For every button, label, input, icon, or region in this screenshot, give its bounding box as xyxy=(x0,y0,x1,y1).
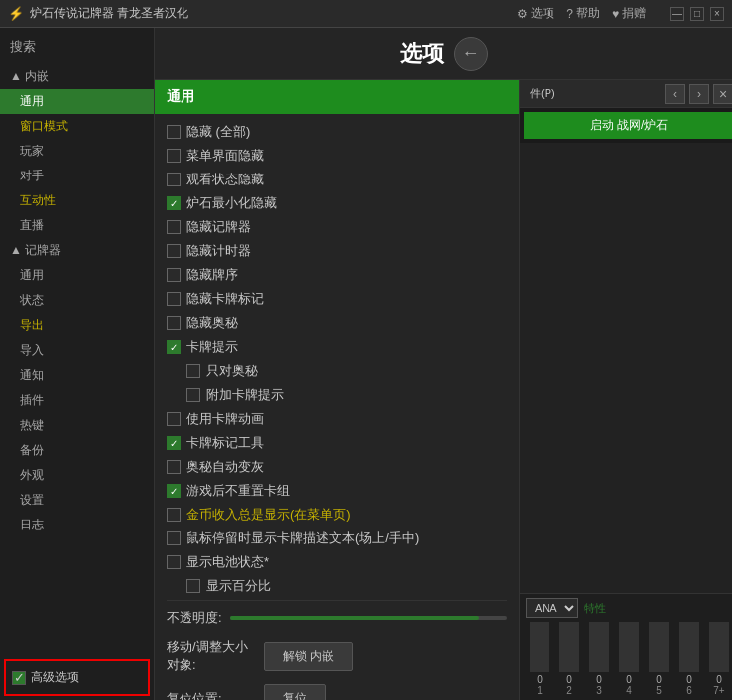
start-hearthstone-button[interactable]: 启动 战网/炉石 xyxy=(524,112,732,139)
label-hide-minimize: 炉石最小化隐藏 xyxy=(186,194,277,212)
right-panel: 选项 ← 通用 隐藏 (全部) 菜单界面隐藏 xyxy=(155,28,732,700)
game-panel-header: 件(P) ‹ › × xyxy=(520,80,732,108)
sidebar-item-export[interactable]: 导出 xyxy=(0,313,154,338)
traits-label: 特性 xyxy=(584,601,606,616)
stat-num-4: 0 xyxy=(626,674,632,685)
checkbox-secret-auto-gray[interactable] xyxy=(167,460,181,474)
sidebar-item-plugin[interactable]: 插件 xyxy=(0,388,154,413)
sidebar-item-broadcast[interactable]: 直播 xyxy=(0,213,154,238)
option-hide-card-mark: 隐藏卡牌标记 xyxy=(155,287,519,311)
label-no-reset-deck: 游戏后不重置卡组 xyxy=(186,482,290,500)
checkbox-hide-spectate[interactable] xyxy=(167,173,181,186)
checkbox-no-reset-deck[interactable] xyxy=(167,484,181,498)
checkbox-only-secret[interactable] xyxy=(186,364,200,378)
section-title: 通用 xyxy=(155,80,519,114)
label-add-tooltip: 附加卡牌提示 xyxy=(206,386,284,404)
tracker-group-label: ▲ 记牌器 xyxy=(10,242,61,259)
options-action[interactable]: ⚙ 选项 xyxy=(517,5,554,22)
checkbox-hide-order[interactable] xyxy=(167,268,181,282)
checkbox-battery[interactable] xyxy=(167,555,181,569)
opacity-label: 不透明度: xyxy=(167,609,222,627)
minimize-button[interactable]: — xyxy=(670,7,684,21)
title-actions: ⚙ 选项 ? 帮助 ♥ 捐赠 — □ × xyxy=(517,5,724,22)
advanced-options-row[interactable]: ✓ 高级选项 xyxy=(4,659,150,696)
sidebar-item-appearance[interactable]: 外观 xyxy=(0,463,154,488)
sidebar-item-general-embedded[interactable]: 通用 xyxy=(0,89,154,114)
sidebar-item-settings[interactable]: 设置 xyxy=(0,488,154,513)
back-button[interactable]: ← xyxy=(454,37,488,71)
close-button[interactable]: × xyxy=(710,7,724,21)
sidebar-group-embedded[interactable]: ▲ 内嵌 xyxy=(0,64,154,89)
stat-col-5: 0 5 xyxy=(645,622,673,696)
options-label: 选项 xyxy=(531,5,554,22)
sidebar-item-opponent[interactable]: 对手 xyxy=(0,164,154,188)
stat-bar-4 xyxy=(619,622,639,672)
checkbox-hide-secret[interactable] xyxy=(167,316,181,330)
checkbox-hide-timer[interactable] xyxy=(167,244,181,258)
separator xyxy=(167,600,507,601)
label-hide-spectate: 观看状态隐藏 xyxy=(186,171,264,188)
checkbox-hide-tracker[interactable] xyxy=(167,220,181,234)
sidebar-item-hotkey[interactable]: 热键 xyxy=(0,413,154,438)
sidebar-item-log[interactable]: 日志 xyxy=(0,513,154,537)
checkbox-hide-all[interactable] xyxy=(167,125,181,139)
checkbox-card-mark-tool[interactable] xyxy=(167,436,181,450)
maximize-button[interactable]: □ xyxy=(690,7,704,21)
move-row: 移动/调整大小对象: 解锁 内嵌 xyxy=(155,633,519,679)
sidebar-item-notify[interactable]: 通知 xyxy=(0,363,154,388)
option-hide-menu: 菜单界面隐藏 xyxy=(155,144,519,168)
app-icon: ⚡ xyxy=(8,6,24,22)
label-battery-percent: 显示百分比 xyxy=(206,577,271,595)
checkbox-add-tooltip[interactable] xyxy=(186,388,200,402)
sidebar-item-backup[interactable]: 备份 xyxy=(0,438,154,463)
stat-num-5: 0 xyxy=(656,674,662,685)
label-hide-order: 隐藏牌序 xyxy=(186,266,238,284)
sidebar-item-import[interactable]: 导入 xyxy=(0,338,154,363)
next-button[interactable]: › xyxy=(689,84,709,104)
sidebar-item-window-mode[interactable]: 窗口模式 xyxy=(0,114,154,139)
option-secret-auto-gray: 奥秘自动变灰 xyxy=(155,455,519,479)
option-gold-show: 金币收入总是显示(在菜单页) xyxy=(155,503,519,526)
stat-num-1: 0 xyxy=(537,674,543,685)
prev-button[interactable]: ‹ xyxy=(665,84,685,104)
close-panel-button[interactable]: × xyxy=(713,84,732,104)
checkbox-hide-minimize[interactable] xyxy=(167,196,181,210)
sidebar-item-interactivity[interactable]: 互动性 xyxy=(0,188,154,213)
checkbox-card-animation[interactable] xyxy=(167,412,181,426)
advanced-checkbox[interactable]: ✓ xyxy=(12,671,26,685)
stat-num-6: 0 xyxy=(686,674,692,685)
option-card-animation: 使用卡牌动画 xyxy=(155,407,519,431)
option-hide-order: 隐藏牌序 xyxy=(155,263,519,287)
sidebar-group-tracker[interactable]: ▲ 记牌器 xyxy=(0,238,154,263)
stat-col-4: 0 4 xyxy=(615,622,643,696)
label-only-secret: 只对奥秘 xyxy=(206,362,258,380)
checkbox-gold-show[interactable] xyxy=(167,508,181,522)
option-only-secret: 只对奥秘 xyxy=(155,359,519,383)
sidebar-item-general-tracker[interactable]: 通用 xyxy=(0,263,154,288)
app-title: 炉石传说记牌器 青龙圣者汉化 xyxy=(30,5,517,22)
sidebar-item-player[interactable]: 玩家 xyxy=(0,139,154,164)
unlock-button[interactable]: 解锁 内嵌 xyxy=(264,642,353,671)
option-card-desc: 鼠标停留时显示卡牌描述文本(场上/手中) xyxy=(155,526,519,550)
checkbox-hide-card-mark[interactable] xyxy=(167,292,181,306)
checkbox-battery-percent[interactable] xyxy=(186,579,200,593)
stat-num-7: 0 xyxy=(716,674,722,685)
checkbox-card-tooltip[interactable] xyxy=(167,340,181,354)
donate-action[interactable]: ♥ 捐赠 xyxy=(612,5,646,22)
stat-bar-5 xyxy=(649,622,669,672)
help-action[interactable]: ? 帮助 xyxy=(566,5,600,22)
sidebar-search[interactable]: 搜索 xyxy=(0,34,154,64)
reset-row: 复位位置: 复位 xyxy=(155,679,519,700)
stat-col-3: 0 3 xyxy=(585,622,613,696)
label-card-tooltip: 卡牌提示 xyxy=(186,338,238,356)
checkbox-hide-menu[interactable] xyxy=(167,149,181,163)
opacity-fill xyxy=(230,616,480,620)
help-icon: ? xyxy=(566,7,573,21)
mana-select[interactable]: ANA xyxy=(526,598,578,618)
sidebar-item-status[interactable]: 状态 xyxy=(0,288,154,313)
opacity-slider[interactable] xyxy=(230,616,507,620)
reset-button[interactable]: 复位 xyxy=(264,684,326,700)
window-controls: — □ × xyxy=(670,7,724,21)
checkbox-card-desc[interactable] xyxy=(167,531,181,545)
option-hide-all: 隐藏 (全部) xyxy=(155,120,519,144)
